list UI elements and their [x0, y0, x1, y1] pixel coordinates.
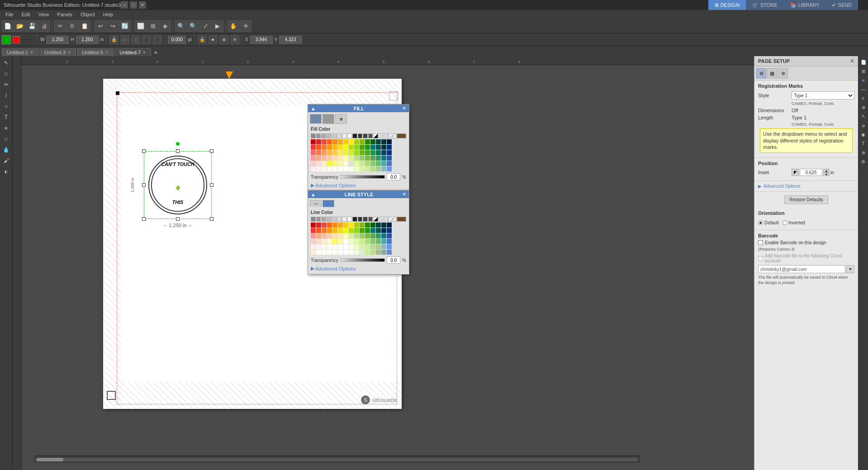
color-swatch[interactable]	[321, 133, 326, 138]
ri-fill[interactable]: ■	[859, 76, 868, 84]
zoom-fit-button[interactable]: ⤢	[199, 20, 211, 32]
paint-tool[interactable]: 🖌	[1, 156, 11, 166]
ri-transform[interactable]: ⊞	[859, 67, 868, 75]
color-swatch[interactable]	[327, 244, 332, 249]
color-swatch[interactable]	[358, 133, 363, 138]
color-swatch[interactable]	[376, 223, 381, 228]
new-button[interactable]: 📄	[2, 20, 14, 32]
color-swatch[interactable]	[338, 244, 343, 249]
inverted-orientation[interactable]: Inverted	[783, 220, 805, 225]
color-swatch[interactable]	[387, 156, 392, 161]
color-swatch[interactable]	[365, 223, 370, 228]
menu-help[interactable]: Help	[100, 11, 117, 18]
color-swatch[interactable]	[316, 244, 321, 249]
color-swatch[interactable]	[316, 150, 321, 155]
color-swatch[interactable]	[365, 161, 370, 166]
color-swatch[interactable]	[338, 145, 343, 150]
inset-spin-up[interactable]: ▲	[823, 169, 830, 172]
y-input[interactable]	[279, 36, 302, 44]
color-swatch[interactable]	[343, 244, 348, 249]
color-swatch[interactable]	[342, 217, 347, 222]
color-swatch[interactable]	[349, 139, 354, 144]
print-button[interactable]: 🖨	[38, 20, 50, 32]
color-swatch[interactable]	[316, 166, 321, 171]
tab-untitled3[interactable]: Untitled-3 ✕	[39, 48, 76, 56]
color-swatch[interactable]	[349, 228, 354, 233]
ri-line[interactable]: —	[859, 85, 868, 93]
color-swatch[interactable]	[354, 228, 359, 233]
copy-button[interactable]: ⎘	[66, 20, 78, 32]
color-swatch[interactable]	[338, 166, 343, 171]
color-swatch[interactable]	[354, 250, 359, 255]
color-swatch[interactable]	[332, 166, 337, 171]
design-object[interactable]: CAN'T TOUCH 🌵 THIS ←1.250 in→ 1.250 in	[144, 151, 212, 219]
line-panel-header[interactable]: ▲ LINE STYLE ✕	[308, 190, 409, 198]
line-transparency-slider[interactable]	[340, 258, 385, 262]
color-swatch[interactable]	[370, 250, 375, 255]
color-swatch[interactable]	[360, 139, 365, 144]
color-swatch[interactable]	[370, 156, 375, 161]
maximize-button[interactable]: □	[130, 1, 137, 9]
handle-ml[interactable]	[142, 183, 146, 187]
transparent-swatch[interactable]	[373, 133, 378, 138]
eyedropper-button[interactable]: 💉	[389, 217, 396, 222]
color-swatch[interactable]	[370, 139, 375, 144]
color-swatch[interactable]	[332, 150, 337, 155]
ri-align[interactable]: ≡	[859, 94, 868, 102]
color-swatch[interactable]	[322, 239, 327, 244]
tab-close-3[interactable]: ✕	[67, 50, 71, 55]
color-swatch[interactable]	[316, 233, 321, 238]
advanced-options-fill[interactable]: ▶ Advanced Options	[311, 182, 406, 188]
color-swatch[interactable]	[376, 150, 381, 155]
color-swatch[interactable]	[376, 239, 381, 244]
design-nav-button[interactable]: ⊞ DESIGN	[708, 0, 746, 10]
line-panel-collapse[interactable]: ▲	[311, 192, 316, 197]
horizontal-scrollbar[interactable]	[34, 456, 640, 463]
color-swatch[interactable]	[332, 250, 337, 255]
eyedropper-tool[interactable]: 💧	[1, 145, 11, 155]
color-swatch[interactable]	[316, 161, 321, 166]
color-swatch[interactable]	[338, 139, 343, 144]
color-swatch[interactable]	[363, 133, 368, 138]
color-swatch[interactable]	[349, 250, 354, 255]
color-swatch[interactable]	[342, 133, 347, 138]
color-swatch[interactable]	[327, 156, 332, 161]
star-button[interactable]: ★	[209, 35, 218, 44]
eyedropper-button[interactable]: 💉	[389, 133, 396, 138]
color-swatch[interactable]	[360, 161, 365, 166]
color-swatch[interactable]	[311, 145, 316, 150]
flip-h-button[interactable]: ↔	[120, 35, 129, 44]
cloud-email-input[interactable]	[758, 265, 845, 273]
default-orientation[interactable]: Default	[758, 220, 779, 225]
line-panel-close[interactable]: ✕	[402, 191, 406, 197]
color-swatch[interactable]	[381, 150, 386, 155]
color-swatch[interactable]	[365, 239, 370, 244]
color-swatch[interactable]	[381, 139, 386, 144]
color-swatch[interactable]	[311, 150, 316, 155]
cloud-dropdown-button[interactable]: ▼	[846, 265, 854, 273]
color-swatch[interactable]	[343, 239, 348, 244]
color-swatch[interactable]	[327, 233, 332, 238]
rotate-handle[interactable]	[176, 142, 180, 146]
repeat-button[interactable]: 🔄	[119, 20, 131, 32]
flip-v-button[interactable]: ↕	[131, 35, 140, 44]
pointer-tool[interactable]: ↖	[1, 58, 11, 68]
color-swatch[interactable]	[365, 150, 370, 155]
color-swatch[interactable]	[376, 228, 381, 233]
color-swatch[interactable]	[360, 156, 365, 161]
color-swatch[interactable]	[322, 156, 327, 161]
color-swatch[interactable]	[349, 156, 354, 161]
color-swatch[interactable]	[381, 233, 386, 238]
cut-button[interactable]: ✂	[54, 20, 66, 32]
color-swatch[interactable]	[349, 239, 354, 244]
color-swatch[interactable]	[387, 228, 392, 233]
lock-aspect-button[interactable]: 🔒	[109, 35, 119, 44]
tab-untitled7[interactable]: Untitled-7 ✕	[114, 48, 151, 56]
color-swatch[interactable]	[332, 239, 337, 244]
color-swatch[interactable]	[354, 223, 359, 228]
color-swatch[interactable]	[376, 139, 381, 144]
combine-button[interactable]: ⊕	[219, 35, 228, 44]
color-swatch[interactable]	[370, 228, 375, 233]
tab-untitled5[interactable]: Untitled-5 ✕	[77, 48, 114, 56]
color-swatch[interactable]	[322, 161, 327, 166]
